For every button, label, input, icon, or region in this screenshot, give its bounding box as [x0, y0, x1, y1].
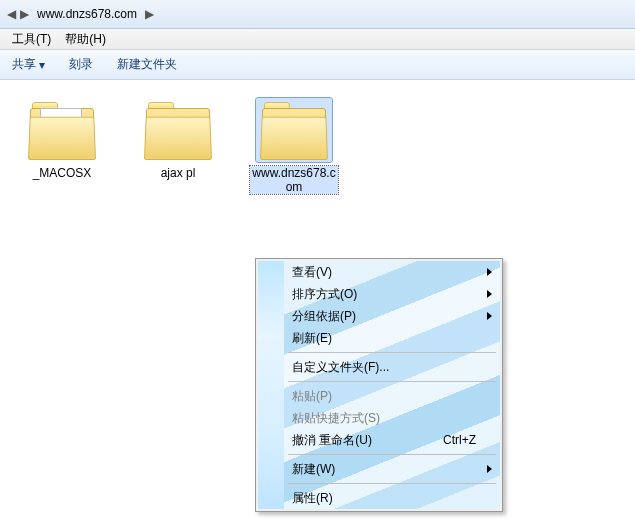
menu-group[interactable]: 分组依据(P) [258, 305, 500, 327]
folder-label: _MACOSX [33, 166, 92, 180]
menu-new[interactable]: 新建(W) [258, 458, 500, 480]
menu-refresh[interactable]: 刷新(E) [258, 327, 500, 349]
menu-help[interactable]: 帮助(H) [65, 31, 106, 48]
menu-undo-rename[interactable]: 撤消 重命名(U)Ctrl+Z [258, 429, 500, 451]
dropdown-icon: ▾ [39, 58, 45, 72]
menu-bar: 工具(T) 帮助(H) [0, 29, 635, 50]
menu-paste-shortcut: 粘贴快捷方式(S) [258, 407, 500, 429]
folder-label: www.dnzs678.com [250, 166, 338, 194]
submenu-arrow-icon [487, 290, 492, 298]
folder-icon [258, 100, 330, 160]
menu-tools[interactable]: 工具(T) [12, 31, 51, 48]
menu-properties[interactable]: 属性(R) [258, 487, 500, 509]
folder-view[interactable]: _MACOSX ajax pl www.dnzs678.com [0, 80, 635, 194]
chevron-right-icon: ▶ [18, 7, 31, 21]
folder-icon [142, 100, 214, 160]
menu-separator [258, 451, 500, 458]
breadcrumb-segment[interactable]: www.dnzs678.com [31, 3, 143, 25]
menu-customize-folder[interactable]: 自定义文件夹(F)... [258, 356, 500, 378]
new-folder-button[interactable]: 新建文件夹 [117, 56, 177, 73]
menu-paste: 粘贴(P) [258, 385, 500, 407]
context-menu: 查看(V) 排序方式(O) 分组依据(P) 刷新(E) 自定义文件夹(F)...… [255, 258, 503, 512]
menu-separator [258, 480, 500, 487]
address-bar[interactable]: ◀ ▶ www.dnzs678.com ▶ [0, 0, 635, 29]
submenu-arrow-icon [487, 268, 492, 276]
folder-icon [26, 100, 98, 160]
back-chevron-icon[interactable]: ◀ [4, 3, 18, 25]
submenu-arrow-icon [487, 312, 492, 320]
menu-view[interactable]: 查看(V) [258, 261, 500, 283]
menu-shortcut: Ctrl+Z [443, 433, 476, 447]
share-button[interactable]: 共享▾ [12, 56, 45, 73]
folder-item[interactable]: _MACOSX [18, 98, 106, 194]
burn-button[interactable]: 刻录 [69, 56, 93, 73]
folder-item-selected[interactable]: www.dnzs678.com [250, 98, 338, 194]
menu-sort[interactable]: 排序方式(O) [258, 283, 500, 305]
menu-separator [258, 349, 500, 356]
command-bar: 共享▾ 刻录 新建文件夹 [0, 50, 635, 80]
menu-separator [258, 378, 500, 385]
folder-label: ajax pl [161, 166, 196, 180]
chevron-right-icon[interactable]: ▶ [143, 7, 156, 21]
folder-item[interactable]: ajax pl [134, 98, 222, 194]
submenu-arrow-icon [487, 465, 492, 473]
